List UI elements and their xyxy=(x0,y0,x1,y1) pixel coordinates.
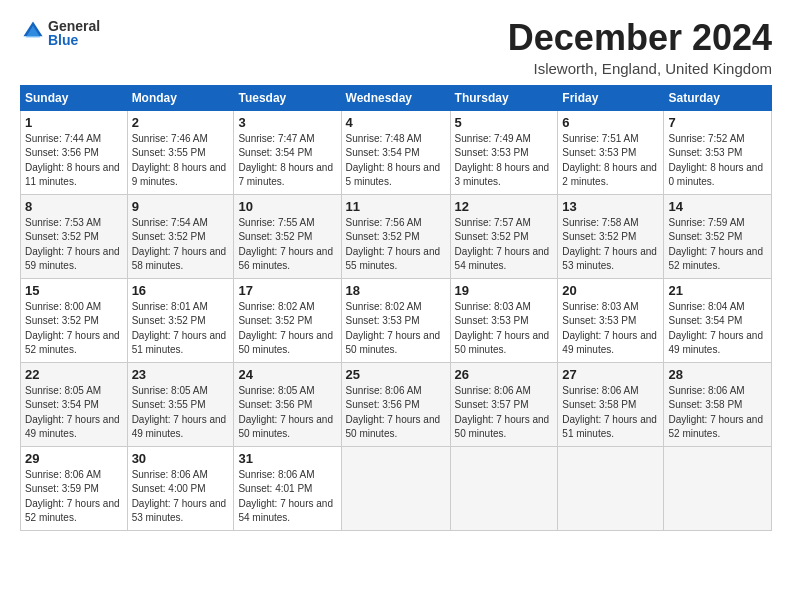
day-number: 18 xyxy=(346,283,446,298)
day-number: 10 xyxy=(238,199,336,214)
calendar-cell: 19Sunrise: 8:03 AMSunset: 3:53 PMDayligh… xyxy=(450,278,558,362)
day-number: 16 xyxy=(132,283,230,298)
day-info: Sunrise: 7:46 AMSunset: 3:55 PMDaylight:… xyxy=(132,132,230,190)
day-number: 25 xyxy=(346,367,446,382)
day-of-week-header: Saturday xyxy=(664,85,772,110)
calendar-cell: 29Sunrise: 8:06 AMSunset: 3:59 PMDayligh… xyxy=(21,446,128,530)
day-info: Sunrise: 8:06 AMSunset: 4:00 PMDaylight:… xyxy=(132,468,230,526)
calendar-cell: 16Sunrise: 8:01 AMSunset: 3:52 PMDayligh… xyxy=(127,278,234,362)
day-number: 31 xyxy=(238,451,336,466)
day-number: 29 xyxy=(25,451,123,466)
day-number: 7 xyxy=(668,115,767,130)
location-subtitle: Isleworth, England, United Kingdom xyxy=(508,60,772,77)
calendar-cell: 22Sunrise: 8:05 AMSunset: 3:54 PMDayligh… xyxy=(21,362,128,446)
calendar-cell: 31Sunrise: 8:06 AMSunset: 4:01 PMDayligh… xyxy=(234,446,341,530)
logo-blue: Blue xyxy=(48,32,100,48)
day-number: 26 xyxy=(455,367,554,382)
day-info: Sunrise: 7:53 AMSunset: 3:52 PMDaylight:… xyxy=(25,216,123,274)
day-info: Sunrise: 8:02 AMSunset: 3:53 PMDaylight:… xyxy=(346,300,446,358)
day-number: 23 xyxy=(132,367,230,382)
day-info: Sunrise: 7:54 AMSunset: 3:52 PMDaylight:… xyxy=(132,216,230,274)
day-number: 19 xyxy=(455,283,554,298)
calendar-cell: 18Sunrise: 8:02 AMSunset: 3:53 PMDayligh… xyxy=(341,278,450,362)
day-number: 3 xyxy=(238,115,336,130)
calendar-cell xyxy=(341,446,450,530)
day-number: 1 xyxy=(25,115,123,130)
calendar-cell: 26Sunrise: 8:06 AMSunset: 3:57 PMDayligh… xyxy=(450,362,558,446)
day-info: Sunrise: 8:06 AMSunset: 3:57 PMDaylight:… xyxy=(455,384,554,442)
calendar-cell: 24Sunrise: 8:05 AMSunset: 3:56 PMDayligh… xyxy=(234,362,341,446)
day-info: Sunrise: 7:58 AMSunset: 3:52 PMDaylight:… xyxy=(562,216,659,274)
calendar-cell: 7Sunrise: 7:52 AMSunset: 3:53 PMDaylight… xyxy=(664,110,772,194)
calendar-cell: 9Sunrise: 7:54 AMSunset: 3:52 PMDaylight… xyxy=(127,194,234,278)
calendar-cell: 25Sunrise: 8:06 AMSunset: 3:56 PMDayligh… xyxy=(341,362,450,446)
day-info: Sunrise: 8:01 AMSunset: 3:52 PMDaylight:… xyxy=(132,300,230,358)
day-number: 2 xyxy=(132,115,230,130)
logo: General Blue xyxy=(20,18,100,48)
day-number: 22 xyxy=(25,367,123,382)
calendar-table: SundayMondayTuesdayWednesdayThursdayFrid… xyxy=(20,85,772,531)
day-number: 5 xyxy=(455,115,554,130)
day-info: Sunrise: 8:04 AMSunset: 3:54 PMDaylight:… xyxy=(668,300,767,358)
day-of-week-header: Tuesday xyxy=(234,85,341,110)
day-info: Sunrise: 8:05 AMSunset: 3:54 PMDaylight:… xyxy=(25,384,123,442)
calendar-cell: 6Sunrise: 7:51 AMSunset: 3:53 PMDaylight… xyxy=(558,110,664,194)
calendar-cell: 12Sunrise: 7:57 AMSunset: 3:52 PMDayligh… xyxy=(450,194,558,278)
day-info: Sunrise: 7:57 AMSunset: 3:52 PMDaylight:… xyxy=(455,216,554,274)
day-info: Sunrise: 7:52 AMSunset: 3:53 PMDaylight:… xyxy=(668,132,767,190)
day-info: Sunrise: 7:44 AMSunset: 3:56 PMDaylight:… xyxy=(25,132,123,190)
calendar-cell: 17Sunrise: 8:02 AMSunset: 3:52 PMDayligh… xyxy=(234,278,341,362)
calendar-cell: 14Sunrise: 7:59 AMSunset: 3:52 PMDayligh… xyxy=(664,194,772,278)
day-of-week-header: Thursday xyxy=(450,85,558,110)
day-info: Sunrise: 8:06 AMSunset: 3:56 PMDaylight:… xyxy=(346,384,446,442)
calendar-cell: 20Sunrise: 8:03 AMSunset: 3:53 PMDayligh… xyxy=(558,278,664,362)
calendar-cell: 21Sunrise: 8:04 AMSunset: 3:54 PMDayligh… xyxy=(664,278,772,362)
day-number: 28 xyxy=(668,367,767,382)
day-number: 20 xyxy=(562,283,659,298)
day-number: 15 xyxy=(25,283,123,298)
day-info: Sunrise: 8:05 AMSunset: 3:56 PMDaylight:… xyxy=(238,384,336,442)
day-number: 14 xyxy=(668,199,767,214)
day-info: Sunrise: 8:00 AMSunset: 3:52 PMDaylight:… xyxy=(25,300,123,358)
day-info: Sunrise: 7:51 AMSunset: 3:53 PMDaylight:… xyxy=(562,132,659,190)
calendar-cell xyxy=(558,446,664,530)
day-info: Sunrise: 8:06 AMSunset: 4:01 PMDaylight:… xyxy=(238,468,336,526)
day-number: 4 xyxy=(346,115,446,130)
logo-icon xyxy=(22,20,44,42)
day-info: Sunrise: 7:59 AMSunset: 3:52 PMDaylight:… xyxy=(668,216,767,274)
day-number: 30 xyxy=(132,451,230,466)
day-of-week-header: Sunday xyxy=(21,85,128,110)
day-info: Sunrise: 7:47 AMSunset: 3:54 PMDaylight:… xyxy=(238,132,336,190)
calendar-cell: 1Sunrise: 7:44 AMSunset: 3:56 PMDaylight… xyxy=(21,110,128,194)
calendar-cell: 30Sunrise: 8:06 AMSunset: 4:00 PMDayligh… xyxy=(127,446,234,530)
calendar-cell: 4Sunrise: 7:48 AMSunset: 3:54 PMDaylight… xyxy=(341,110,450,194)
calendar-cell: 2Sunrise: 7:46 AMSunset: 3:55 PMDaylight… xyxy=(127,110,234,194)
day-info: Sunrise: 8:05 AMSunset: 3:55 PMDaylight:… xyxy=(132,384,230,442)
day-number: 8 xyxy=(25,199,123,214)
day-of-week-header: Friday xyxy=(558,85,664,110)
calendar-cell: 27Sunrise: 8:06 AMSunset: 3:58 PMDayligh… xyxy=(558,362,664,446)
day-number: 12 xyxy=(455,199,554,214)
day-number: 27 xyxy=(562,367,659,382)
calendar-cell xyxy=(450,446,558,530)
calendar-cell: 15Sunrise: 8:00 AMSunset: 3:52 PMDayligh… xyxy=(21,278,128,362)
day-number: 21 xyxy=(668,283,767,298)
day-number: 11 xyxy=(346,199,446,214)
day-number: 9 xyxy=(132,199,230,214)
page-header: General Blue December 2024 Isleworth, En… xyxy=(20,18,772,77)
day-of-week-header: Wednesday xyxy=(341,85,450,110)
calendar-cell: 5Sunrise: 7:49 AMSunset: 3:53 PMDaylight… xyxy=(450,110,558,194)
day-info: Sunrise: 7:48 AMSunset: 3:54 PMDaylight:… xyxy=(346,132,446,190)
calendar-cell: 23Sunrise: 8:05 AMSunset: 3:55 PMDayligh… xyxy=(127,362,234,446)
day-of-week-header: Monday xyxy=(127,85,234,110)
day-number: 6 xyxy=(562,115,659,130)
day-info: Sunrise: 8:06 AMSunset: 3:59 PMDaylight:… xyxy=(25,468,123,526)
calendar-cell: 11Sunrise: 7:56 AMSunset: 3:52 PMDayligh… xyxy=(341,194,450,278)
calendar-cell: 28Sunrise: 8:06 AMSunset: 3:58 PMDayligh… xyxy=(664,362,772,446)
day-info: Sunrise: 7:49 AMSunset: 3:53 PMDaylight:… xyxy=(455,132,554,190)
title-block: December 2024 Isleworth, England, United… xyxy=(508,18,772,77)
calendar-cell xyxy=(664,446,772,530)
day-info: Sunrise: 8:06 AMSunset: 3:58 PMDaylight:… xyxy=(562,384,659,442)
day-info: Sunrise: 8:06 AMSunset: 3:58 PMDaylight:… xyxy=(668,384,767,442)
day-number: 13 xyxy=(562,199,659,214)
